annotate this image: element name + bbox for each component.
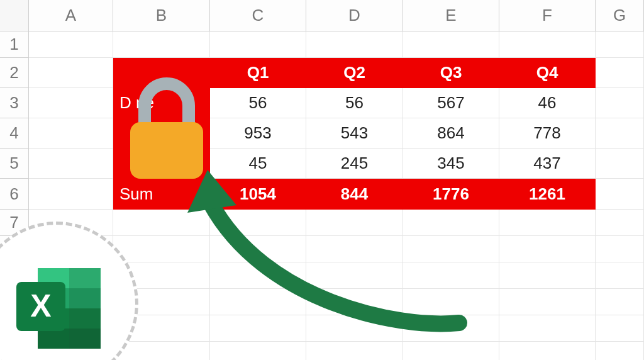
row-header-5[interactable]: 5	[0, 149, 29, 179]
cell-c3[interactable]: 56	[210, 88, 306, 118]
row-header-2[interactable]: 2	[0, 58, 29, 88]
svg-text:X: X	[30, 288, 51, 323]
cell-g3[interactable]	[596, 88, 644, 118]
cell-g8[interactable]	[596, 236, 644, 262]
cell-a1[interactable]	[29, 31, 113, 58]
cell-b6[interactable]: Sum	[113, 179, 210, 210]
column-headers: ABCDEFG	[0, 0, 644, 31]
cell-e7[interactable]	[403, 210, 499, 236]
column-header-b[interactable]: B	[113, 0, 210, 31]
column-header-a[interactable]: A	[29, 0, 113, 31]
cell-f11[interactable]	[499, 315, 596, 342]
cell-b12[interactable]	[113, 342, 210, 360]
column-header-c[interactable]: C	[210, 0, 306, 31]
cell-c9[interactable]	[210, 262, 306, 289]
cell-d3[interactable]: 56	[306, 88, 403, 118]
cell-e4[interactable]: 864	[403, 118, 499, 149]
cell-g9[interactable]	[596, 262, 644, 289]
cell-e11[interactable]	[403, 315, 499, 342]
cell-g7[interactable]	[596, 210, 644, 236]
cell-b8[interactable]	[113, 236, 210, 262]
cell-g10[interactable]	[596, 289, 644, 315]
cell-e5[interactable]: 345	[403, 149, 499, 179]
cell-c4[interactable]: 953	[210, 118, 306, 149]
column-header-f[interactable]: F	[499, 0, 596, 31]
cell-g12[interactable]	[596, 342, 644, 360]
cell-d2[interactable]: Q2	[306, 58, 403, 88]
cell-g11[interactable]	[596, 315, 644, 342]
cell-f7[interactable]	[499, 210, 596, 236]
cell-e3[interactable]: 567	[403, 88, 499, 118]
column-header-e[interactable]: E	[403, 0, 499, 31]
cell-f5[interactable]: 437	[499, 149, 596, 179]
cell-b5[interactable]	[113, 149, 210, 179]
cell-d4[interactable]: 543	[306, 118, 403, 149]
row-header-4[interactable]: 4	[0, 118, 29, 149]
select-all-corner[interactable]	[0, 0, 29, 31]
cell-c7[interactable]	[210, 210, 306, 236]
cell-a6[interactable]	[29, 179, 113, 210]
cell-c10[interactable]	[210, 289, 306, 315]
cell-g2[interactable]	[596, 58, 644, 88]
cell-c8[interactable]	[210, 236, 306, 262]
row-header-6[interactable]: 6	[0, 179, 29, 210]
cell-g5[interactable]	[596, 149, 644, 179]
cell-f12[interactable]	[499, 342, 596, 360]
cell-d8[interactable]	[306, 236, 403, 262]
cell-d6[interactable]: 844	[306, 179, 403, 210]
row-header-3[interactable]: 3	[0, 88, 29, 118]
row-header-1[interactable]: 1	[0, 31, 29, 58]
cell-a5[interactable]	[29, 149, 113, 179]
cell-e12[interactable]	[403, 342, 499, 360]
cell-d9[interactable]	[306, 262, 403, 289]
cell-d5[interactable]: 245	[306, 149, 403, 179]
excel-logo: X	[11, 264, 106, 352]
cell-d7[interactable]	[306, 210, 403, 236]
cell-b3[interactable]: D ne	[113, 88, 210, 118]
cell-f6[interactable]: 1261	[499, 179, 596, 210]
cell-g1[interactable]	[596, 31, 644, 58]
cell-e2[interactable]: Q3	[403, 58, 499, 88]
column-header-d[interactable]: D	[306, 0, 403, 31]
cell-e10[interactable]	[403, 289, 499, 315]
cell-f8[interactable]	[499, 236, 596, 262]
cell-b4[interactable]	[113, 118, 210, 149]
cell-a3[interactable]	[29, 88, 113, 118]
cell-f1[interactable]	[499, 31, 596, 58]
cell-c12[interactable]	[210, 342, 306, 360]
cell-g6[interactable]	[596, 179, 644, 210]
cell-e1[interactable]	[403, 31, 499, 58]
cell-f9[interactable]	[499, 262, 596, 289]
cell-c6[interactable]: 1054	[210, 179, 306, 210]
cell-f2[interactable]: Q4	[499, 58, 596, 88]
cell-c5[interactable]: 45	[210, 149, 306, 179]
cell-a4[interactable]	[29, 118, 113, 149]
cell-f4[interactable]: 778	[499, 118, 596, 149]
cell-d10[interactable]	[306, 289, 403, 315]
cell-b7[interactable]	[113, 210, 210, 236]
cell-c2[interactable]: Q1	[210, 58, 306, 88]
cell-e8[interactable]	[403, 236, 499, 262]
cell-b2[interactable]	[113, 58, 210, 88]
cell-a2[interactable]	[29, 58, 113, 88]
cell-e6[interactable]: 1776	[403, 179, 499, 210]
cell-e9[interactable]	[403, 262, 499, 289]
column-header-g[interactable]: G	[596, 0, 644, 31]
cell-f10[interactable]	[499, 289, 596, 315]
cell-c1[interactable]	[210, 31, 306, 58]
cell-g4[interactable]	[596, 118, 644, 149]
svg-rect-6	[69, 268, 101, 349]
cell-d1[interactable]	[306, 31, 403, 58]
cell-b1[interactable]	[113, 31, 210, 58]
cell-d11[interactable]	[306, 315, 403, 342]
cell-f3[interactable]: 46	[499, 88, 596, 118]
cell-c11[interactable]	[210, 315, 306, 342]
cell-d12[interactable]	[306, 342, 403, 360]
